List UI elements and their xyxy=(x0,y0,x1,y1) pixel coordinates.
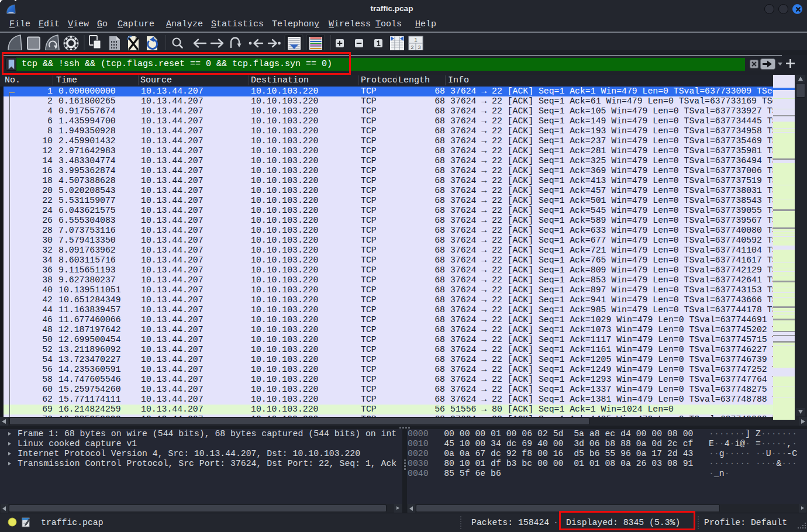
svg-text:3: 3 xyxy=(418,45,420,51)
svg-text:1: 1 xyxy=(414,37,417,43)
svg-text:2: 2 xyxy=(411,45,413,51)
